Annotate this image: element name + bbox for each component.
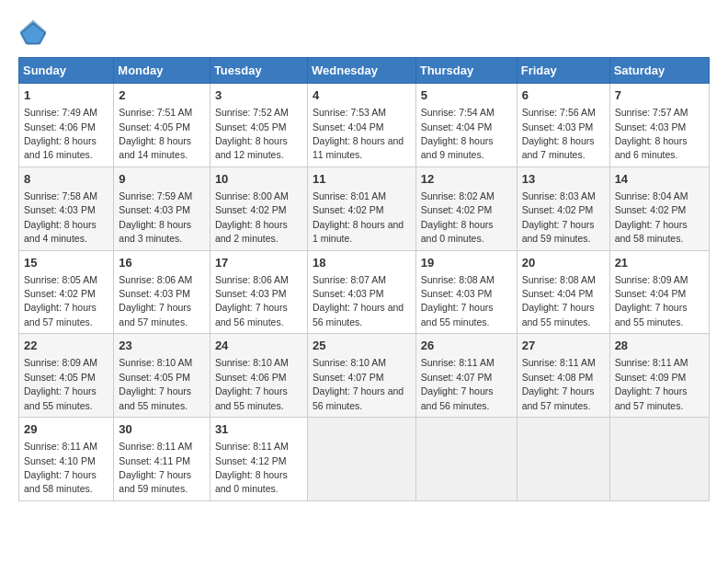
calendar-cell: 9Sunrise: 7:59 AMSunset: 4:03 PMDaylight… — [114, 167, 210, 250]
calendar-cell: 11Sunrise: 8:01 AMSunset: 4:02 PMDayligh… — [307, 167, 415, 250]
day-info: Sunrise: 8:11 AMSunset: 4:12 PMDaylight:… — [215, 441, 289, 494]
calendar-cell: 5Sunrise: 7:54 AMSunset: 4:04 PMDaylight… — [415, 84, 517, 167]
day-number: 22 — [24, 338, 108, 354]
calendar-header: SundayMondayTuesdayWednesdayThursdayFrid… — [19, 58, 710, 84]
calendar-cell: 14Sunrise: 8:04 AMSunset: 4:02 PMDayligh… — [609, 167, 709, 250]
day-info: Sunrise: 8:00 AMSunset: 4:02 PMDaylight:… — [215, 190, 289, 244]
calendar-cell: 3Sunrise: 7:52 AMSunset: 4:05 PMDaylight… — [210, 84, 307, 167]
day-info: Sunrise: 8:08 AMSunset: 4:03 PMDaylight:… — [421, 274, 495, 327]
day-header-sunday: Sunday — [19, 58, 114, 84]
day-number: 20 — [522, 255, 605, 271]
day-number: 10 — [215, 171, 302, 188]
day-number: 28 — [615, 338, 704, 354]
day-info: Sunrise: 7:57 AMSunset: 4:03 PMDaylight:… — [615, 107, 688, 160]
day-number: 1 — [24, 87, 108, 104]
day-number: 16 — [119, 255, 205, 271]
calendar-week-1: 1Sunrise: 7:49 AMSunset: 4:06 PMDaylight… — [19, 84, 710, 167]
day-info: Sunrise: 8:06 AMSunset: 4:03 PMDaylight:… — [119, 274, 192, 327]
calendar-cell: 30Sunrise: 8:11 AMSunset: 4:11 PMDayligh… — [114, 418, 210, 501]
day-info: Sunrise: 8:11 AMSunset: 4:07 PMDaylight:… — [421, 357, 495, 410]
day-info: Sunrise: 7:56 AMSunset: 4:03 PMDaylight:… — [522, 107, 596, 160]
calendar-cell: 16Sunrise: 8:06 AMSunset: 4:03 PMDayligh… — [114, 250, 210, 334]
page-header — [18, 18, 710, 48]
day-info: Sunrise: 8:01 AMSunset: 4:02 PMDaylight:… — [313, 190, 404, 244]
calendar-cell: 29Sunrise: 8:11 AMSunset: 4:10 PMDayligh… — [19, 418, 114, 501]
calendar-cell: 20Sunrise: 8:08 AMSunset: 4:04 PMDayligh… — [517, 250, 609, 334]
day-number: 3 — [215, 87, 302, 104]
day-info: Sunrise: 8:08 AMSunset: 4:04 PMDaylight:… — [522, 274, 596, 327]
day-number: 19 — [421, 255, 512, 271]
calendar-cell: 18Sunrise: 8:07 AMSunset: 4:03 PMDayligh… — [307, 250, 415, 334]
day-number: 18 — [313, 255, 411, 271]
calendar-cell — [609, 418, 709, 501]
day-number: 14 — [615, 171, 704, 188]
calendar-cell: 24Sunrise: 8:10 AMSunset: 4:06 PMDayligh… — [210, 334, 307, 418]
day-number: 11 — [313, 171, 411, 188]
calendar-cell: 13Sunrise: 8:03 AMSunset: 4:02 PMDayligh… — [517, 167, 609, 250]
day-info: Sunrise: 8:10 AMSunset: 4:06 PMDaylight:… — [215, 357, 289, 410]
calendar-cell: 25Sunrise: 8:10 AMSunset: 4:07 PMDayligh… — [307, 334, 415, 418]
day-info: Sunrise: 7:53 AMSunset: 4:04 PMDaylight:… — [313, 107, 404, 160]
day-info: Sunrise: 7:49 AMSunset: 4:06 PMDaylight:… — [24, 107, 97, 160]
day-info: Sunrise: 7:52 AMSunset: 4:05 PMDaylight:… — [215, 107, 289, 160]
calendar-cell: 21Sunrise: 8:09 AMSunset: 4:04 PMDayligh… — [609, 250, 709, 334]
calendar-cell: 15Sunrise: 8:05 AMSunset: 4:02 PMDayligh… — [19, 250, 114, 334]
day-info: Sunrise: 8:10 AMSunset: 4:07 PMDaylight:… — [313, 357, 404, 410]
day-number: 23 — [119, 338, 205, 354]
calendar-cell — [307, 418, 415, 501]
day-header-saturday: Saturday — [609, 58, 709, 84]
day-number: 25 — [313, 338, 411, 354]
header-row: SundayMondayTuesdayWednesdayThursdayFrid… — [19, 58, 710, 84]
day-number: 27 — [522, 338, 605, 354]
day-number: 2 — [119, 87, 205, 104]
day-info: Sunrise: 8:04 AMSunset: 4:02 PMDaylight:… — [615, 190, 688, 244]
calendar-cell: 7Sunrise: 7:57 AMSunset: 4:03 PMDaylight… — [609, 84, 709, 167]
day-info: Sunrise: 7:59 AMSunset: 4:03 PMDaylight:… — [119, 190, 192, 244]
logo-icon — [18, 18, 48, 48]
day-info: Sunrise: 7:51 AMSunset: 4:05 PMDaylight:… — [119, 107, 192, 160]
day-number: 5 — [421, 87, 512, 104]
calendar-week-3: 15Sunrise: 8:05 AMSunset: 4:02 PMDayligh… — [19, 250, 710, 334]
calendar-cell: 2Sunrise: 7:51 AMSunset: 4:05 PMDaylight… — [114, 84, 210, 167]
day-info: Sunrise: 8:02 AMSunset: 4:02 PMDaylight:… — [421, 190, 495, 244]
calendar-week-5: 29Sunrise: 8:11 AMSunset: 4:10 PMDayligh… — [19, 418, 710, 501]
calendar-cell: 8Sunrise: 7:58 AMSunset: 4:03 PMDaylight… — [19, 167, 114, 250]
calendar-cell: 6Sunrise: 7:56 AMSunset: 4:03 PMDaylight… — [517, 84, 609, 167]
day-number: 24 — [215, 338, 302, 354]
day-number: 6 — [522, 87, 605, 104]
day-number: 12 — [421, 171, 512, 188]
calendar-cell: 1Sunrise: 7:49 AMSunset: 4:06 PMDaylight… — [19, 84, 114, 167]
day-number: 9 — [119, 171, 205, 188]
calendar-cell: 19Sunrise: 8:08 AMSunset: 4:03 PMDayligh… — [415, 250, 517, 334]
calendar-cell — [517, 418, 609, 501]
day-number: 4 — [313, 87, 411, 104]
day-info: Sunrise: 8:09 AMSunset: 4:04 PMDaylight:… — [615, 274, 688, 327]
calendar-cell — [415, 418, 517, 501]
calendar-cell: 27Sunrise: 8:11 AMSunset: 4:08 PMDayligh… — [517, 334, 609, 418]
calendar-cell: 28Sunrise: 8:11 AMSunset: 4:09 PMDayligh… — [609, 334, 709, 418]
day-info: Sunrise: 8:11 AMSunset: 4:10 PMDaylight:… — [24, 441, 97, 494]
day-header-wednesday: Wednesday — [307, 58, 415, 84]
calendar-cell: 12Sunrise: 8:02 AMSunset: 4:02 PMDayligh… — [415, 167, 517, 250]
calendar-cell: 22Sunrise: 8:09 AMSunset: 4:05 PMDayligh… — [19, 334, 114, 418]
day-number: 7 — [615, 87, 704, 104]
day-info: Sunrise: 7:54 AMSunset: 4:04 PMDaylight:… — [421, 107, 495, 160]
day-info: Sunrise: 7:58 AMSunset: 4:03 PMDaylight:… — [24, 190, 97, 244]
calendar-cell: 26Sunrise: 8:11 AMSunset: 4:07 PMDayligh… — [415, 334, 517, 418]
calendar-cell: 17Sunrise: 8:06 AMSunset: 4:03 PMDayligh… — [210, 250, 307, 334]
day-number: 15 — [24, 255, 108, 271]
calendar-cell: 31Sunrise: 8:11 AMSunset: 4:12 PMDayligh… — [210, 418, 307, 501]
day-number: 26 — [421, 338, 512, 354]
day-info: Sunrise: 8:07 AMSunset: 4:03 PMDaylight:… — [313, 274, 404, 327]
day-number: 30 — [119, 421, 205, 438]
day-number: 13 — [522, 171, 605, 188]
calendar-body: 1Sunrise: 7:49 AMSunset: 4:06 PMDaylight… — [19, 84, 710, 501]
calendar-week-2: 8Sunrise: 7:58 AMSunset: 4:03 PMDaylight… — [19, 167, 710, 250]
day-number: 21 — [615, 255, 704, 271]
day-info: Sunrise: 8:10 AMSunset: 4:05 PMDaylight:… — [119, 357, 192, 410]
day-info: Sunrise: 8:11 AMSunset: 4:09 PMDaylight:… — [615, 357, 688, 410]
day-info: Sunrise: 8:11 AMSunset: 4:11 PMDaylight:… — [119, 441, 192, 494]
day-number: 8 — [24, 171, 108, 188]
day-info: Sunrise: 8:11 AMSunset: 4:08 PMDaylight:… — [522, 357, 596, 410]
day-header-monday: Monday — [114, 58, 210, 84]
